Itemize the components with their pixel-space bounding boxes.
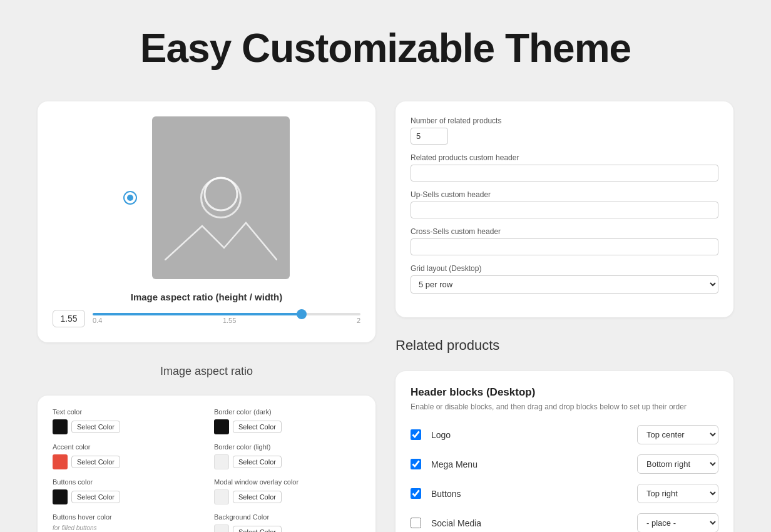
- color-group-background: Background ColorSelect Color: [214, 513, 360, 532]
- block-select-mega-menu[interactable]: Top leftTop centerTop rightBottom leftBo…: [637, 454, 718, 474]
- color-label-modal-overlay: Modal window overlay color: [214, 478, 360, 486]
- color-btn-row-text-color: Select Color: [53, 419, 199, 434]
- color-group-buttons-hover: Buttons hover colorfor filled buttonsSel…: [53, 513, 199, 532]
- block-checkbox-social-media[interactable]: [411, 518, 421, 528]
- colors-grid: Text colorSelect ColorBorder color (dark…: [53, 408, 360, 532]
- aspect-value-box[interactable]: 1.55: [53, 310, 85, 327]
- color-group-modal-overlay: Modal window overlay colorSelect Color: [214, 478, 360, 504]
- colors-card: Text colorSelect ColorBorder color (dark…: [38, 396, 375, 532]
- form-input-related-header[interactable]: [411, 165, 718, 182]
- color-swatch-border-light: [214, 454, 229, 469]
- select-color-btn-buttons-color[interactable]: Select Color: [71, 491, 120, 503]
- page-title: Easy Customizable Theme: [38, 25, 733, 71]
- image-aspect-card: Image aspect ratio (height / width) 1.55…: [38, 101, 375, 342]
- slider-container: 0.4 1.55 2: [93, 313, 360, 324]
- color-label-border-dark: Border color (dark): [214, 408, 360, 416]
- block-name-social-media: Social Media: [431, 518, 627, 528]
- related-products-card: Number of related productsRelated produc…: [396, 101, 733, 317]
- color-swatch-accent-color: [53, 454, 68, 469]
- color-btn-row-border-light: Select Color: [214, 454, 360, 469]
- block-checkbox-mega-menu[interactable]: [411, 459, 421, 469]
- color-btn-row-border-dark: Select Color: [214, 419, 360, 434]
- radio-button[interactable]: [123, 191, 137, 205]
- block-checkbox-logo[interactable]: [411, 429, 421, 440]
- block-row-social-media: Social Media- place -Top leftTop centerT…: [411, 513, 718, 532]
- color-swatch-border-dark: [214, 419, 229, 434]
- form-input-crosssells-header[interactable]: [411, 238, 718, 255]
- slider-current-label: 1.55: [223, 317, 236, 324]
- main-grid: Image aspect ratio (height / width) 1.55…: [38, 101, 733, 532]
- color-swatch-buttons-color: [53, 489, 68, 504]
- color-btn-row-buttons-color: Select Color: [53, 489, 199, 504]
- slider-track[interactable]: [93, 313, 360, 315]
- color-btn-row-modal-overlay: Select Color: [214, 489, 360, 504]
- form-group-upsells-header: Up-Sells custom header: [411, 190, 718, 218]
- color-group-accent-color: Accent colorSelect Color: [53, 443, 199, 469]
- image-preview-area: [53, 116, 360, 279]
- block-row-logo: LogoTop leftTop centerTop rightBottom le…: [411, 425, 718, 444]
- color-btn-row-accent-color: Select Color: [53, 454, 199, 469]
- color-group-buttons-color: Buttons colorSelect Color: [53, 478, 199, 504]
- color-btn-row-background: Select Color: [214, 524, 360, 532]
- color-group-border-dark: Border color (dark)Select Color: [214, 408, 360, 434]
- block-name-mega-menu: Mega Menu: [431, 459, 627, 469]
- select-color-btn-border-light[interactable]: Select Color: [233, 456, 282, 468]
- blocks-container: LogoTop leftTop centerTop rightBottom le…: [411, 425, 718, 532]
- block-select-logo[interactable]: Top leftTop centerTop rightBottom leftBo…: [637, 425, 718, 444]
- select-color-btn-border-dark[interactable]: Select Color: [233, 421, 282, 433]
- slider-fill: [93, 313, 302, 315]
- color-label-buttons-hover: Buttons hover color: [53, 513, 199, 521]
- select-color-btn-accent-color[interactable]: Select Color: [71, 456, 120, 468]
- form-label-num-related: Number of related products: [411, 116, 718, 125]
- color-group-text-color: Text colorSelect Color: [53, 408, 199, 434]
- form-input-num-related[interactable]: [411, 128, 448, 145]
- radio-inner: [127, 195, 133, 201]
- right-column: Number of related productsRelated produc…: [396, 101, 733, 532]
- slider-thumb[interactable]: [297, 309, 307, 319]
- color-swatch-text-color: [53, 419, 68, 434]
- form-label-related-header: Related products custom header: [411, 153, 718, 162]
- select-color-btn-background[interactable]: Select Color: [233, 526, 282, 532]
- svg-point-0: [205, 178, 237, 210]
- header-blocks-card: Header blocks (Desktop) Enable or disabl…: [396, 371, 733, 532]
- color-group-border-light: Border color (light)Select Color: [214, 443, 360, 469]
- image-circle-icon: [202, 175, 240, 213]
- mountain-icon: [165, 217, 277, 260]
- color-swatch-background: [214, 524, 229, 532]
- aspect-card-label: Image aspect ratio: [38, 365, 375, 378]
- form-group-num-related: Number of related products: [411, 116, 718, 145]
- block-row-mega-menu: Mega MenuTop leftTop centerTop rightBott…: [411, 454, 718, 474]
- form-group-grid-layout: Grid layout (Desktop)3 per row4 per row5…: [411, 264, 718, 294]
- slider-row: 1.55 0.4 1.55 2: [53, 310, 360, 327]
- form-label-crosssells-header: Cross-Sells custom header: [411, 227, 718, 236]
- block-name-buttons: Buttons: [431, 489, 627, 499]
- color-label-text-color: Text color: [53, 408, 199, 416]
- form-input-upsells-header[interactable]: [411, 202, 718, 218]
- related-section-title: Related products: [396, 337, 733, 354]
- form-label-upsells-header: Up-Sells custom header: [411, 190, 718, 199]
- color-label-border-light: Border color (light): [214, 443, 360, 451]
- block-name-logo: Logo: [431, 430, 627, 440]
- slider-labels: 0.4 1.55 2: [93, 317, 360, 324]
- block-checkbox-buttons[interactable]: [411, 488, 421, 499]
- form-label-grid-layout: Grid layout (Desktop): [411, 264, 718, 273]
- left-column: Image aspect ratio (height / width) 1.55…: [38, 101, 375, 532]
- image-placeholder: [152, 116, 290, 279]
- slider-min: 0.4: [93, 317, 102, 324]
- block-row-buttons: ButtonsTop leftTop centerTop rightBottom…: [411, 484, 718, 503]
- aspect-label: Image aspect ratio (height / width): [53, 292, 360, 302]
- color-label-buttons-color: Buttons color: [53, 478, 199, 486]
- form-group-related-header: Related products custom header: [411, 153, 718, 182]
- select-color-btn-text-color[interactable]: Select Color: [71, 421, 120, 433]
- color-note-buttons-hover: for filled buttons: [53, 524, 199, 531]
- header-blocks-subtitle: Enable or disable blocks, and then drag …: [411, 401, 718, 412]
- form-select-grid-layout[interactable]: 3 per row4 per row5 per row6 per row: [411, 275, 718, 294]
- color-swatch-modal-overlay: [214, 489, 229, 504]
- block-select-buttons[interactable]: Top leftTop centerTop rightBottom leftBo…: [637, 484, 718, 503]
- form-group-crosssells-header: Cross-Sells custom header: [411, 227, 718, 255]
- color-label-accent-color: Accent color: [53, 443, 199, 451]
- header-blocks-title: Header blocks (Desktop): [411, 386, 718, 399]
- select-color-btn-modal-overlay[interactable]: Select Color: [233, 491, 282, 503]
- color-label-background: Background Color: [214, 513, 360, 521]
- block-select-social-media[interactable]: - place -Top leftTop centerTop rightBott…: [637, 513, 718, 532]
